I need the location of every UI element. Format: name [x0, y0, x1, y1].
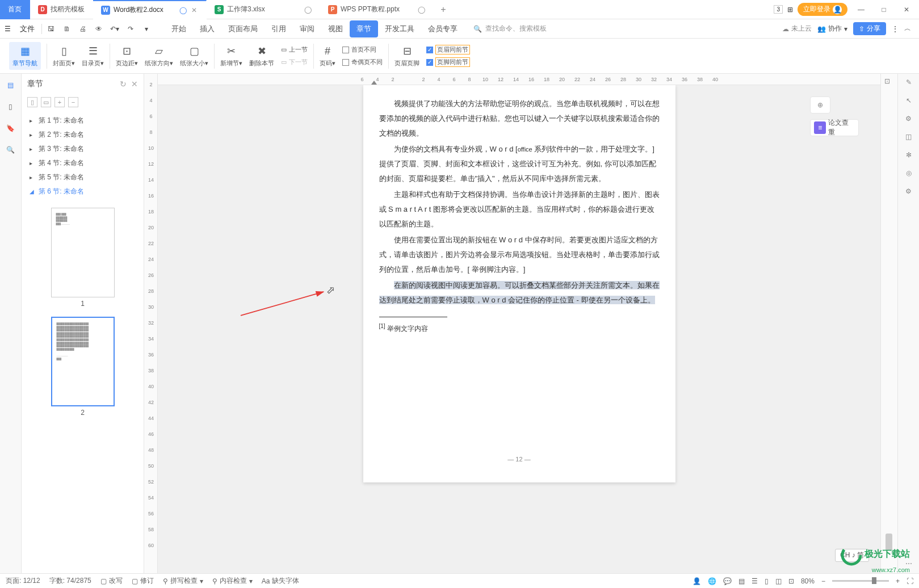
file-menu[interactable]: 文件 [15, 22, 39, 36]
tab-close-icon[interactable]: ✕ [190, 6, 198, 14]
collab-button[interactable]: 👥协作▾ [817, 24, 847, 33]
fullscreen-icon[interactable]: ⛶ [907, 577, 913, 585]
paragraph[interactable]: 视频提供了功能强大的方法帮助您证明你的观点。当您单击联机视频时，可以在想要添加的… [379, 96, 660, 141]
side-tool-add[interactable]: + [54, 97, 65, 107]
tab-ppt-doc[interactable]: P WPS PPT教程.pptx ◯ [320, 0, 434, 19]
save-icon[interactable]: 🖫 [44, 22, 58, 36]
apps-icon[interactable]: ⊞ [787, 6, 793, 14]
side-tool-2[interactable]: ▭ [41, 97, 51, 107]
status-overwrite[interactable]: ▢改写 [100, 576, 123, 586]
ribbon-paper-size[interactable]: ▢纸张大小▾ [180, 44, 208, 68]
outline-item-2[interactable]: ▸第 2 节: 未命名 [22, 128, 144, 142]
more-icon[interactable]: ⋮ [892, 25, 899, 33]
page-thumbnail-1[interactable]: ███ ████████████████████———— [51, 208, 115, 297]
ribbon-contents[interactable]: ☰目录页▾ [82, 44, 104, 68]
essay-check-button[interactable]: ≡论文查重 [810, 119, 859, 136]
status-comment-icon[interactable]: 💬 [723, 577, 732, 585]
status-view3-icon[interactable]: ▯ [765, 577, 769, 585]
status-view1-icon[interactable]: ▤ [738, 577, 745, 585]
tab-close-icon[interactable]: ◯ [304, 6, 312, 14]
footnote[interactable]: [1] 举例文字内容 [379, 321, 660, 335]
indent-marker-icon[interactable] [371, 81, 377, 85]
rail-thumbnail-icon[interactable]: ▯ [4, 100, 18, 114]
ribbon-page-number[interactable]: #页码▾ [320, 44, 335, 68]
outline-item-4[interactable]: ▸第 4 节: 未命名 [22, 156, 144, 170]
rail-ai-icon[interactable]: ⚙ [905, 115, 912, 123]
status-fit-icon[interactable]: ⊡ [788, 577, 794, 585]
minimize-button[interactable]: — [852, 2, 870, 18]
ribbon-nav-pane[interactable]: ▦章节导航 [9, 42, 41, 70]
menu-tab-insert[interactable]: 插入 [193, 20, 221, 37]
side-refresh-icon[interactable]: ↻ [120, 79, 127, 89]
ribbon-margins[interactable]: ⊡页边距▾ [116, 44, 138, 68]
status-revision[interactable]: ▢修订 [132, 576, 154, 586]
zoom-out-icon[interactable]: − [821, 577, 825, 585]
rail-gear-icon[interactable]: ⚙ [905, 187, 912, 195]
status-spellcheck[interactable]: ⚲拼写检查 ▾ [163, 576, 203, 586]
menu-tab-devtools[interactable]: 开发工具 [378, 20, 421, 37]
scrolltop-icon[interactable]: ⊡ [884, 77, 890, 85]
tab-template[interactable]: D 找稻壳模板 [30, 0, 93, 19]
menu-tab-section[interactable]: 章节 [350, 20, 378, 37]
cloud-status[interactable]: ☁未上云 [782, 24, 812, 33]
menu-tab-view[interactable]: 视图 [321, 20, 350, 37]
menu-tab-start[interactable]: 开始 [165, 20, 193, 37]
redo-icon[interactable]: ↷ [124, 22, 137, 36]
checkbox-odd-even-diff[interactable]: 奇偶页不同 [342, 57, 383, 68]
tab-close-icon[interactable]: ◯ [417, 6, 425, 14]
zoom-slider[interactable] [832, 580, 889, 582]
rail-bookmark-icon[interactable]: 🔖 [4, 121, 18, 135]
tab-dropdown-icon[interactable]: ◯ [179, 6, 187, 14]
zoom-level[interactable]: 80% [801, 577, 815, 585]
status-words[interactable]: 字数: 74/2875 [49, 576, 91, 586]
close-button[interactable]: ✕ [897, 2, 916, 18]
outline-item-1[interactable]: ▸第 1 节: 未命名 [22, 114, 144, 128]
ribbon-cover-page[interactable]: ▯封面页▾ [53, 44, 75, 68]
rail-material-icon[interactable]: ✻ [906, 151, 912, 159]
paragraph[interactable]: 使用在需要位置出现的新按钮在 W o r d 中保存时间。若要更改图片适应文档的… [379, 233, 660, 277]
rail-outline-icon[interactable]: ▤ [4, 78, 18, 92]
login-button[interactable]: 立即登录 👤 [798, 3, 847, 16]
tab-word-doc[interactable]: W Word教程2.docx ◯✕ [93, 0, 207, 19]
menu-icon[interactable]: ☰ [2, 23, 13, 35]
calendar-icon[interactable]: 3 [774, 5, 783, 14]
ribbon-next-section[interactable]: ▭下一节 [281, 57, 308, 68]
menu-tab-reference[interactable]: 引用 [265, 20, 293, 37]
paragraph[interactable]: 主题和样式也有助于文档保持协调。当你单击设计并选择新的主题时，图片、图表或 S … [379, 187, 660, 232]
checkbox-header-same[interactable]: 页眉同前节 [426, 44, 470, 56]
menu-tab-member[interactable]: 会员专享 [421, 20, 464, 37]
status-user-icon[interactable]: 👤 [693, 577, 701, 585]
print-preview-icon[interactable]: 👁 [92, 22, 106, 36]
side-close-icon[interactable]: ✕ [131, 79, 138, 89]
collapse-ribbon-icon[interactable]: ︿ [904, 24, 911, 33]
zoom-in-icon[interactable]: + [896, 577, 900, 585]
side-tool-1[interactable]: ▯ [27, 97, 37, 107]
ribbon-new-section[interactable]: ✂新增节▾ [220, 44, 242, 68]
status-view2-icon[interactable]: ☰ [752, 577, 758, 585]
qat-dropdown-icon[interactable]: ▾ [140, 22, 153, 36]
ribbon-delete-section[interactable]: ✖删除本节 [249, 44, 274, 68]
print-icon[interactable]: 🖨 [76, 22, 90, 36]
tab-excel-doc[interactable]: S 工作簿3.xlsx ◯ [207, 0, 320, 19]
ribbon-orientation[interactable]: ▱纸张方向▾ [145, 44, 173, 68]
rail-select-icon[interactable]: ↖ [906, 96, 912, 104]
rail-pen-icon[interactable]: ✎ [906, 78, 912, 86]
status-globe-icon[interactable]: 🌐 [708, 577, 716, 585]
ribbon-header-footer[interactable]: ⊟页眉页脚 [395, 44, 419, 68]
menu-tab-review[interactable]: 审阅 [293, 20, 321, 37]
rail-search-icon[interactable]: 🔍 [4, 143, 18, 157]
status-contentcheck[interactable]: ⚲内容检查 ▾ [212, 576, 253, 586]
rail-shape-icon[interactable]: ◫ [905, 133, 912, 141]
ribbon-prev-section[interactable]: ▭上一节 [281, 44, 308, 56]
search-placeholder[interactable]: 查找命令、搜索模板 [485, 24, 547, 33]
page-thumbnail-2[interactable]: ████████████████████████████████████████… [51, 317, 115, 406]
document-page[interactable]: 视频提供了功能强大的方法帮助您证明你的观点。当您单击联机视频时，可以在想要添加的… [363, 85, 675, 482]
maximize-button[interactable]: □ [875, 2, 893, 18]
outline-item-6[interactable]: ◢第 6 节: 未命名 [22, 184, 144, 199]
right-tool-circle[interactable]: ⊕ [810, 96, 830, 114]
save-as-icon[interactable]: 🗎 [60, 22, 74, 36]
zoom-slider-thumb[interactable] [872, 577, 876, 584]
status-page[interactable]: 页面: 12/12 [6, 576, 40, 586]
outline-item-3[interactable]: ▸第 3 节: 未命名 [22, 142, 144, 156]
outline-item-5[interactable]: ▸第 5 节: 未命名 [22, 170, 144, 184]
